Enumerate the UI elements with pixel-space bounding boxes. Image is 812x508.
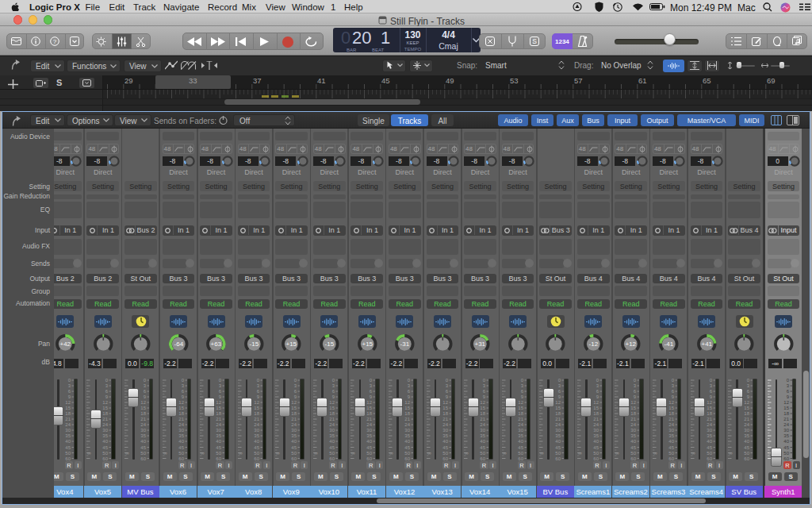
svg-text:60: 60 [783, 456, 789, 461]
svg-text:24: 24 [480, 422, 485, 427]
svg-text:12: 12 [216, 400, 221, 405]
svg-text:45: 45 [631, 445, 637, 450]
svg-text:12: 12 [103, 400, 109, 405]
svg-text:9: 9 [181, 394, 184, 399]
svg-text:60: 60 [631, 456, 637, 461]
svg-text:45: 45 [329, 445, 335, 450]
svg-text:3: 3 [709, 383, 712, 388]
svg-text:0: 0 [294, 378, 297, 383]
svg-text:50: 50 [254, 451, 259, 456]
svg-text:9: 9 [483, 394, 486, 399]
svg-text:9: 9 [672, 394, 675, 399]
svg-text:6: 6 [370, 389, 373, 394]
svg-text:35: 35 [178, 433, 184, 438]
svg-text:40: 40 [140, 439, 146, 444]
svg-text:45: 45 [668, 445, 674, 450]
svg-text:18: 18 [593, 411, 599, 416]
svg-text:60: 60 [216, 456, 221, 461]
svg-text:+15: +15 [286, 341, 297, 348]
svg-text:45: 45 [556, 445, 561, 450]
svg-text:40: 40 [103, 439, 109, 444]
svg-text:0: 0 [67, 378, 71, 383]
svg-text:18: 18 [442, 411, 448, 416]
svg-text:0: 0 [445, 378, 448, 383]
svg-text:35: 35 [367, 433, 373, 438]
svg-text:24: 24 [404, 422, 410, 427]
svg-text:12: 12 [254, 400, 259, 405]
svg-text:9: 9 [709, 394, 712, 399]
svg-text:50: 50 [216, 451, 221, 456]
svg-text:30: 30 [518, 428, 523, 433]
svg-text:12: 12 [367, 400, 373, 405]
svg-text:50: 50 [367, 451, 373, 456]
svg-text:60: 60 [178, 456, 184, 461]
svg-text:0: 0 [709, 378, 712, 383]
svg-text:∞: ∞ [427, 450, 431, 456]
svg-text:24: 24 [178, 422, 184, 427]
svg-text:21: 21 [404, 417, 410, 421]
svg-text:0: 0 [747, 378, 750, 383]
svg-text:35: 35 [292, 433, 297, 438]
svg-text:∞: ∞ [540, 450, 544, 456]
svg-text:18: 18 [292, 411, 297, 416]
svg-text:12: 12 [518, 400, 523, 405]
svg-text:∞: ∞ [87, 450, 91, 456]
svg-text:18: 18 [254, 411, 259, 416]
svg-text:45: 45 [140, 445, 146, 450]
svg-text:∞: ∞ [503, 450, 507, 456]
svg-text:6: 6 [256, 389, 259, 394]
svg-text:40: 40 [783, 439, 789, 444]
svg-text:50: 50 [518, 451, 523, 456]
svg-text:0: 0 [144, 378, 147, 383]
svg-text:3: 3 [294, 383, 297, 388]
svg-text:21: 21 [329, 417, 335, 421]
svg-text:21: 21 [744, 417, 749, 421]
svg-text:-41: -41 [665, 341, 674, 348]
svg-text:35: 35 [404, 433, 410, 438]
svg-text:24: 24 [744, 422, 749, 427]
svg-text:60: 60 [442, 456, 448, 461]
svg-text:6: 6 [181, 389, 184, 394]
svg-text:45: 45 [367, 445, 373, 450]
svg-text:-64: -64 [174, 341, 183, 348]
svg-text:24: 24 [518, 422, 523, 427]
svg-text:12: 12 [65, 400, 71, 405]
svg-text:6: 6 [786, 389, 789, 394]
svg-text:60: 60 [518, 456, 523, 461]
svg-text:35: 35 [442, 433, 448, 438]
svg-text:45: 45 [292, 445, 297, 450]
svg-text:40: 40 [216, 439, 221, 444]
svg-text:30: 30 [329, 428, 335, 433]
svg-text:18: 18 [178, 411, 184, 416]
svg-text:60: 60 [707, 456, 712, 461]
svg-text:∞: ∞ [351, 450, 355, 456]
svg-text:50: 50 [556, 451, 561, 456]
svg-text:15: 15 [556, 406, 561, 410]
svg-text:30: 30 [404, 428, 410, 433]
svg-text:S: S [532, 37, 537, 45]
svg-text:6: 6 [219, 389, 222, 394]
svg-text:21: 21 [140, 417, 146, 421]
svg-text:3: 3 [558, 383, 561, 388]
svg-text:40: 40 [65, 439, 71, 444]
svg-text:30: 30 [367, 428, 373, 433]
svg-text:24: 24 [292, 422, 297, 427]
svg-text:60: 60 [254, 456, 259, 461]
svg-text:12: 12 [631, 400, 637, 405]
svg-text:9: 9 [558, 394, 561, 399]
svg-text:21: 21 [178, 417, 184, 421]
svg-text:35: 35 [783, 433, 789, 438]
svg-text:15: 15 [65, 406, 71, 410]
svg-text:40: 40 [593, 439, 599, 444]
svg-text:40: 40 [707, 439, 712, 444]
svg-text:15: 15 [744, 406, 749, 410]
svg-text:35: 35 [103, 433, 109, 438]
svg-text:6: 6 [105, 389, 109, 394]
svg-text:+31: +31 [475, 341, 486, 348]
svg-text:3: 3 [672, 383, 675, 388]
svg-text:6: 6 [144, 389, 147, 394]
svg-text:45: 45 [178, 445, 184, 450]
svg-text:21: 21 [216, 417, 221, 421]
svg-text:50: 50 [480, 451, 485, 456]
svg-text:50: 50 [668, 451, 674, 456]
